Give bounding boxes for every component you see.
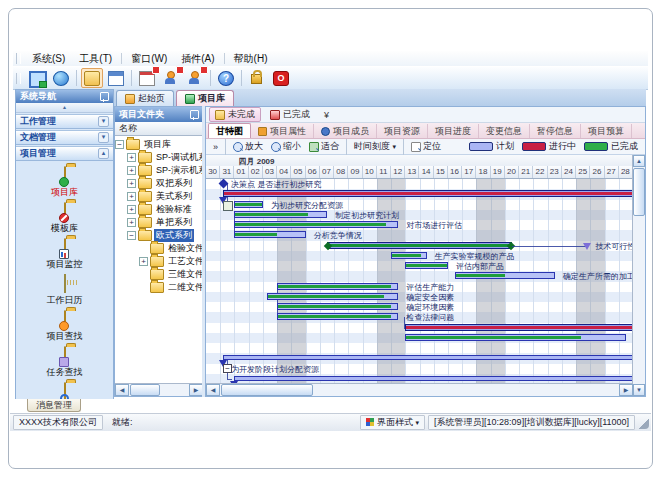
drag-grip-icon[interactable] bbox=[16, 53, 21, 64]
tab-project-members[interactable]: 项目成员 bbox=[314, 124, 377, 138]
sidebar-item-work-calendar[interactable]: 工作日历 bbox=[16, 275, 113, 307]
tab-pause-info[interactable]: 暂停信息 bbox=[530, 124, 581, 138]
sidebar-item-task-search[interactable]: 任务查找 bbox=[16, 347, 113, 379]
timescale-dropdown[interactable]: 时间刻度 ▾ bbox=[350, 140, 400, 153]
tab-project-library[interactable]: 项目库 bbox=[176, 90, 234, 106]
gantt-task-bar[interactable] bbox=[455, 272, 555, 279]
user-button[interactable] bbox=[160, 68, 182, 88]
fit-button[interactable]: 适合 bbox=[305, 140, 343, 153]
tree-item[interactable]: +二维文件 bbox=[115, 281, 203, 294]
tab-project-properties[interactable]: 项目属性 bbox=[251, 124, 314, 138]
calendar-button[interactable] bbox=[136, 68, 158, 88]
tab-project-progress[interactable]: 项目进度 bbox=[428, 124, 479, 138]
gantt-task-bar[interactable] bbox=[277, 303, 398, 310]
sidebar-section-project[interactable]: 项目管理 ▴ bbox=[16, 146, 113, 161]
tab-change-info[interactable]: 变更信息 bbox=[479, 124, 530, 138]
scroll-thumb[interactable] bbox=[633, 168, 645, 216]
overflow-button[interactable]: » bbox=[209, 140, 222, 153]
scroll-right-icon[interactable]: ▶ bbox=[189, 384, 203, 396]
tree-item-selected[interactable]: −欧式系列 bbox=[115, 229, 203, 242]
user-group-button[interactable] bbox=[184, 68, 206, 88]
gantt-summary-bar[interactable] bbox=[223, 190, 633, 197]
scroll-thumb[interactable] bbox=[130, 384, 160, 396]
gantt-horizontal-scrollbar[interactable]: ◀ ▶ bbox=[206, 383, 633, 396]
pin-icon[interactable] bbox=[190, 110, 199, 119]
tree-item[interactable]: +单把系列 bbox=[115, 216, 203, 229]
gantt-task-bar[interactable] bbox=[234, 211, 327, 218]
tab-project-resources[interactable]: 项目资源 bbox=[377, 124, 428, 138]
gantt-plan-bar[interactable] bbox=[234, 376, 633, 381]
sidebar-item-project-library[interactable]: 项目库 bbox=[16, 167, 113, 199]
exit-button[interactable]: O bbox=[270, 68, 292, 88]
scroll-up-icon[interactable]: ▲ bbox=[633, 155, 645, 167]
gantt-summary-bar[interactable] bbox=[405, 324, 633, 331]
gantt-task-bar[interactable] bbox=[277, 313, 398, 320]
gantt-task-bar[interactable] bbox=[391, 252, 427, 259]
drag-grip-icon[interactable] bbox=[16, 73, 21, 84]
menu-help[interactable]: 帮助(H) bbox=[227, 51, 275, 67]
zoom-in-button[interactable]: 放大 bbox=[229, 140, 267, 153]
sidebar-collapse-strip[interactable]: ▴ bbox=[16, 103, 113, 113]
tab-project-budget[interactable]: 项目预算 bbox=[581, 124, 632, 138]
scroll-left-icon[interactable]: ◀ bbox=[206, 384, 220, 396]
expand-icon[interactable]: + bbox=[127, 205, 136, 214]
filter-more-button[interactable]: ¥ bbox=[319, 108, 334, 121]
gantt-task-bar[interactable] bbox=[267, 293, 398, 300]
tree-item[interactable]: +三维文件 bbox=[115, 268, 203, 281]
tree-item[interactable]: +SP-演示机系 bbox=[115, 164, 203, 177]
sidebar-item-project-search[interactable]: 项目查找 bbox=[16, 311, 113, 343]
globe-button[interactable] bbox=[50, 68, 72, 88]
scroll-left-icon[interactable]: ◀ bbox=[115, 384, 129, 396]
screen-button[interactable] bbox=[26, 68, 48, 88]
gantt-task-bar[interactable] bbox=[234, 221, 398, 228]
lock-button[interactable] bbox=[246, 68, 268, 88]
chevron-up-icon[interactable]: ▴ bbox=[98, 148, 109, 159]
gantt-task-bar[interactable] bbox=[234, 201, 262, 208]
menu-window[interactable]: 窗口(W) bbox=[124, 51, 174, 67]
help-button[interactable]: ? bbox=[215, 68, 237, 88]
tree-item[interactable]: +检验标准 bbox=[115, 203, 203, 216]
milestone-icon[interactable] bbox=[583, 243, 591, 250]
pin-icon[interactable] bbox=[100, 92, 109, 101]
expand-icon[interactable]: + bbox=[127, 153, 136, 162]
menu-tools[interactable]: 工具(T) bbox=[72, 51, 119, 67]
folder-button[interactable] bbox=[81, 68, 103, 88]
filter-unfinished-button[interactable]: 未完成 bbox=[209, 107, 261, 122]
gantt-vertical-scrollbar[interactable]: ▲ ▼ bbox=[632, 155, 645, 396]
tree-column-header[interactable]: 名称 bbox=[115, 122, 203, 136]
gantt-summary-bar[interactable] bbox=[327, 242, 512, 249]
resize-grip-icon[interactable] bbox=[639, 419, 649, 429]
scroll-right-icon[interactable]: ▶ bbox=[619, 384, 633, 396]
gantt-task-bar[interactable] bbox=[277, 283, 398, 290]
sidebar-section-work[interactable]: 工作管理 ▾ bbox=[16, 114, 113, 129]
expand-icon[interactable]: + bbox=[127, 192, 136, 201]
window-button[interactable] bbox=[105, 68, 127, 88]
tree-horizontal-scrollbar[interactable]: ◀ ▶ bbox=[115, 383, 203, 396]
gantt-task-bar[interactable] bbox=[405, 262, 448, 269]
ui-style-button[interactable]: 界面样式 ▾ bbox=[360, 415, 425, 430]
tab-start-page[interactable]: 起始页 bbox=[116, 90, 174, 106]
filter-finished-button[interactable]: 已完成 bbox=[265, 108, 315, 121]
tree-item[interactable]: +检验文件 bbox=[115, 242, 203, 255]
expand-icon[interactable]: + bbox=[127, 166, 136, 175]
locate-button[interactable]: 定位 bbox=[407, 140, 445, 153]
tree-item[interactable]: +美式系列 bbox=[115, 190, 203, 203]
scroll-down-icon[interactable]: ▼ bbox=[633, 384, 645, 396]
sidebar-item-template-library[interactable]: 模板库 bbox=[16, 203, 113, 235]
expand-icon[interactable]: + bbox=[127, 218, 136, 227]
tree-item[interactable]: −项目库 bbox=[115, 138, 203, 151]
sidebar-section-document[interactable]: 文档管理 ▾ bbox=[16, 130, 113, 145]
expand-icon[interactable]: + bbox=[139, 257, 148, 266]
chevron-down-icon[interactable]: ▾ bbox=[98, 132, 109, 143]
sidebar-item-project-monitor[interactable]: 项目监控 bbox=[16, 239, 113, 271]
tree-item[interactable]: +工艺文件 bbox=[115, 255, 203, 268]
tab-message-management[interactable]: 消息管理 bbox=[27, 399, 81, 412]
gantt-plan-bar[interactable] bbox=[223, 355, 633, 360]
gantt-task-bar[interactable] bbox=[234, 231, 305, 238]
scroll-thumb[interactable] bbox=[221, 384, 313, 396]
menu-system[interactable]: 系统(S) bbox=[25, 51, 72, 67]
tree-item[interactable]: +双把系列 bbox=[115, 177, 203, 190]
menu-plugins[interactable]: 插件(A) bbox=[174, 51, 221, 67]
gantt-task-bar[interactable] bbox=[405, 334, 626, 341]
chevron-down-icon[interactable]: ▾ bbox=[98, 116, 109, 127]
